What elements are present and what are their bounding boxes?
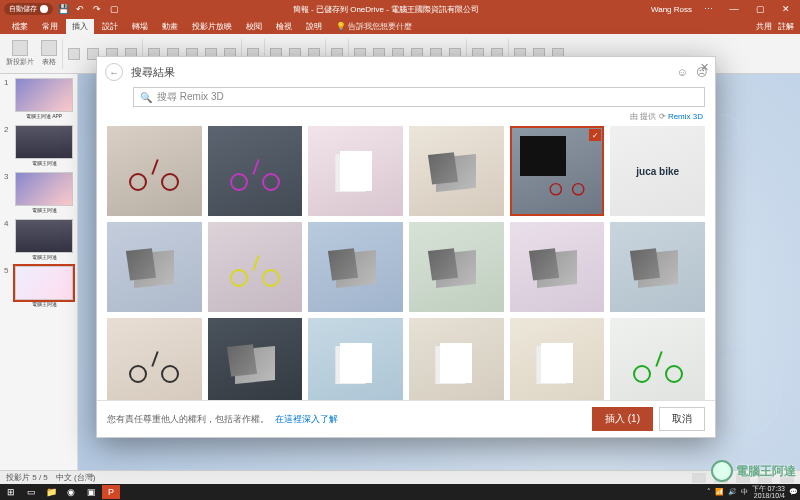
title-bar: 自動儲存 💾 ↶ ↷ ▢ 簡報 - 已儲存到 OneDrive - 電腦王國際資… xyxy=(0,0,800,18)
greeting-card-icon xyxy=(541,343,573,383)
taskview-icon[interactable]: ▭ xyxy=(22,485,40,499)
result-item-12[interactable] xyxy=(107,318,202,400)
undo-icon[interactable]: ↶ xyxy=(73,2,87,16)
status-bar: 投影片 5 / 5 中文 (台灣) xyxy=(0,470,800,484)
autosave-knob-icon xyxy=(40,5,48,13)
ribbon-tabs: 檔案常用插入設計轉場動畫投影片放映校閱檢視說明💡 告訴我您想要什麼 共用 註解 xyxy=(0,18,800,34)
comment-button[interactable]: 註解 xyxy=(778,21,794,32)
save-icon[interactable]: 💾 xyxy=(56,2,70,16)
powerpoint-taskbar-icon[interactable]: P xyxy=(102,485,120,499)
ribbon-tab-3[interactable]: 設計 xyxy=(96,19,124,34)
action-center-icon[interactable]: 💬 xyxy=(789,488,798,496)
greeting-card-icon xyxy=(440,343,472,383)
slide-thumb-1[interactable]: 1電腦王阿達 APP xyxy=(4,78,73,119)
check-icon: ✓ xyxy=(589,129,601,141)
notes-button[interactable] xyxy=(692,473,706,483)
slide-thumb-3[interactable]: 3電腦王阿達 xyxy=(4,172,73,213)
result-item-14[interactable] xyxy=(308,318,403,400)
greeting-card-icon xyxy=(340,343,372,383)
network-icon[interactable]: 📶 xyxy=(715,488,724,496)
text-thumbnail: juca bike xyxy=(610,126,705,216)
motorcycle-icon xyxy=(549,174,584,195)
explorer-icon[interactable]: 📁 xyxy=(42,485,60,499)
ribbon-tab-2[interactable]: 插入 xyxy=(66,19,94,34)
learn-more-link[interactable]: 在這裡深入了解 xyxy=(275,413,338,426)
autosave-toggle[interactable]: 自動儲存 xyxy=(4,3,53,15)
insert-button[interactable]: 插入 (1) xyxy=(592,407,653,431)
pictures-icon[interactable] xyxy=(66,48,82,60)
result-item-8[interactable] xyxy=(308,222,403,312)
result-item-16[interactable] xyxy=(510,318,605,400)
system-tray[interactable]: ˄ 📶 🔊 中 下午 07:33 2018/10/4 💬 xyxy=(707,485,798,499)
dialog-search-input[interactable]: 🔍 搜尋 Remix 3D xyxy=(133,87,705,107)
taskbar-clock[interactable]: 下午 07:33 2018/10/4 xyxy=(752,485,785,499)
result-item-10[interactable] xyxy=(510,222,605,312)
slide-thumb-4[interactable]: 4電腦王阿達 xyxy=(4,219,73,260)
laptop-stand-icon xyxy=(336,250,376,288)
bike-icon xyxy=(129,161,179,191)
ribbon-options-icon[interactable]: ⋯ xyxy=(698,4,718,14)
laptop-stand-icon xyxy=(134,250,174,288)
user-name[interactable]: Wang Ross xyxy=(651,5,692,14)
laptop-stand-icon xyxy=(638,250,678,288)
result-item-3[interactable] xyxy=(409,126,504,216)
minimize-icon[interactable]: — xyxy=(724,4,744,14)
greeting-card-icon xyxy=(340,151,372,191)
dialog-footer: 您有責任尊重他人的權利，包括著作權。 在這裡深入了解 插入 (1) 取消 xyxy=(97,400,715,437)
ribbon-tab-7[interactable]: 校閱 xyxy=(240,19,268,34)
laptop-stand-icon xyxy=(436,250,476,288)
tell-me-input[interactable]: 💡 告訴我您想要什麼 xyxy=(330,19,418,34)
redo-icon[interactable]: ↷ xyxy=(90,2,104,16)
close-icon[interactable]: ✕ xyxy=(776,4,796,14)
windows-taskbar: ⊞ ▭ 📁 ◉ ▣ P ˄ 📶 🔊 中 下午 07:33 2018/10/4 💬 xyxy=(0,484,800,500)
search-placeholder: 搜尋 Remix 3D xyxy=(157,90,224,104)
result-item-4[interactable]: ✓ xyxy=(510,126,605,216)
result-item-5[interactable]: juca bike xyxy=(610,126,705,216)
ime-icon[interactable]: 中 xyxy=(741,487,748,497)
result-item-2[interactable] xyxy=(308,126,403,216)
happy-face-icon[interactable]: ☺ xyxy=(677,66,688,78)
start-button[interactable]: ⊞ xyxy=(2,485,20,499)
watermark: 電腦王阿達 xyxy=(711,460,796,482)
bike-icon xyxy=(230,161,280,191)
ribbon-tab-8[interactable]: 檢視 xyxy=(270,19,298,34)
slide-counter[interactable]: 投影片 5 / 5 xyxy=(6,472,48,483)
remix3d-logo-icon: ⟳ xyxy=(659,112,666,121)
language-status[interactable]: 中文 (台灣) xyxy=(56,472,96,483)
result-item-13[interactable] xyxy=(208,318,303,400)
volume-icon[interactable]: 🔊 xyxy=(728,488,737,496)
slide-thumbnail-panel[interactable]: 1電腦王阿達 APP2電腦王阿達3電腦王阿達4電腦王阿達5電腦王阿達 xyxy=(0,74,78,470)
slide-thumb-5[interactable]: 5電腦王阿達 xyxy=(4,266,73,307)
slide-thumb-2[interactable]: 2電腦王阿達 xyxy=(4,125,73,166)
share-button[interactable]: 共用 xyxy=(756,21,772,32)
dialog-back-button[interactable]: ← xyxy=(105,63,123,81)
ribbon-tab-1[interactable]: 常用 xyxy=(36,19,64,34)
result-item-6[interactable] xyxy=(107,222,202,312)
result-item-1[interactable] xyxy=(208,126,303,216)
result-item-0[interactable] xyxy=(107,126,202,216)
ribbon-tab-5[interactable]: 動畫 xyxy=(156,19,184,34)
maximize-icon[interactable]: ▢ xyxy=(750,4,770,14)
chrome-icon[interactable]: ◉ xyxy=(62,485,80,499)
watermark-face-icon xyxy=(711,460,733,482)
result-item-11[interactable] xyxy=(610,222,705,312)
dialog-close-button[interactable]: ✕ xyxy=(700,61,709,74)
new-slide-button[interactable]: 新投影片 xyxy=(4,40,36,67)
laptop-stand-icon xyxy=(537,250,577,288)
table-button[interactable]: 表格 xyxy=(39,40,59,67)
laptop-stand-icon xyxy=(235,346,275,384)
ribbon-tab-0[interactable]: 檔案 xyxy=(6,19,34,34)
monitor-icon xyxy=(520,136,566,176)
ribbon-tab-4[interactable]: 轉場 xyxy=(126,19,154,34)
start-slideshow-icon[interactable]: ▢ xyxy=(107,2,121,16)
app-icon[interactable]: ▣ xyxy=(82,485,100,499)
tray-up-icon[interactable]: ˄ xyxy=(707,488,711,496)
results-grid: ✓juca bike xyxy=(97,126,715,400)
result-item-15[interactable] xyxy=(409,318,504,400)
result-item-17[interactable] xyxy=(610,318,705,400)
ribbon-tab-6[interactable]: 投影片放映 xyxy=(186,19,238,34)
result-item-9[interactable] xyxy=(409,222,504,312)
ribbon-tab-9[interactable]: 說明 xyxy=(300,19,328,34)
result-item-7[interactable] xyxy=(208,222,303,312)
cancel-button[interactable]: 取消 xyxy=(659,407,705,431)
